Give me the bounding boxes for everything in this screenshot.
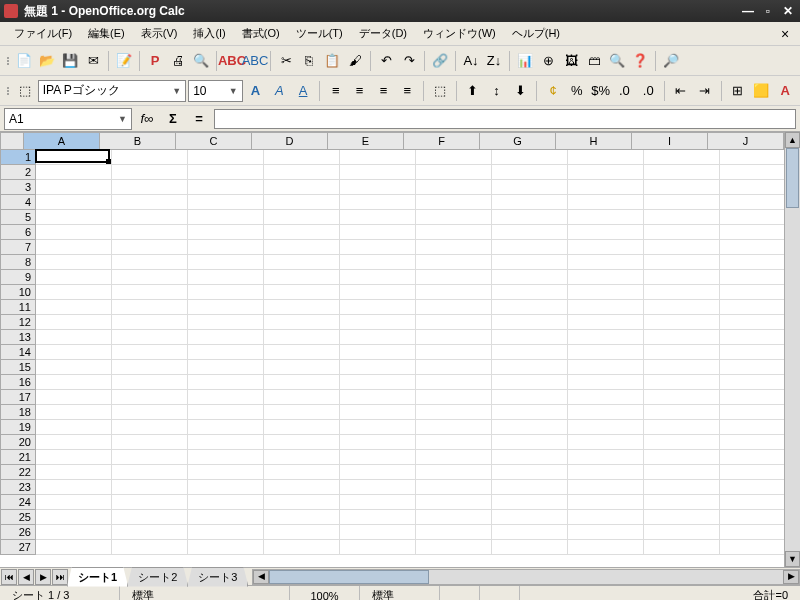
cell[interactable]: [492, 450, 568, 465]
cell[interactable]: [644, 360, 720, 375]
cell[interactable]: [188, 450, 264, 465]
sheet-tab-2[interactable]: シート2: [127, 567, 188, 587]
row-header[interactable]: 25: [0, 510, 36, 525]
cell[interactable]: [568, 480, 644, 495]
cell[interactable]: [644, 540, 720, 555]
cell[interactable]: [492, 360, 568, 375]
scroll-thumb[interactable]: [786, 148, 799, 208]
cell[interactable]: [720, 180, 784, 195]
help-button[interactable]: ❓: [629, 50, 651, 72]
scroll-up-button[interactable]: ▲: [785, 132, 800, 148]
cell[interactable]: [416, 360, 492, 375]
row-header[interactable]: 24: [0, 495, 36, 510]
cell[interactable]: [568, 165, 644, 180]
cell[interactable]: [568, 300, 644, 315]
cell[interactable]: [416, 510, 492, 525]
cell[interactable]: [112, 150, 188, 165]
cell[interactable]: [112, 465, 188, 480]
cell[interactable]: [112, 210, 188, 225]
row-header[interactable]: 15: [0, 360, 36, 375]
chart-button[interactable]: 📊: [514, 50, 536, 72]
cell[interactable]: [112, 375, 188, 390]
cell[interactable]: [340, 405, 416, 420]
cell[interactable]: [340, 345, 416, 360]
cell[interactable]: [644, 375, 720, 390]
cell[interactable]: [492, 435, 568, 450]
cell[interactable]: [340, 435, 416, 450]
cell[interactable]: [416, 405, 492, 420]
cell-grid[interactable]: [36, 150, 784, 555]
cell[interactable]: [264, 510, 340, 525]
cell[interactable]: [340, 465, 416, 480]
cell[interactable]: [264, 300, 340, 315]
cell[interactable]: [36, 300, 112, 315]
cell[interactable]: [264, 180, 340, 195]
insert-mode[interactable]: 標準: [360, 586, 440, 600]
row-header[interactable]: 20: [0, 435, 36, 450]
cell[interactable]: [36, 165, 112, 180]
cell[interactable]: [188, 285, 264, 300]
menu-help[interactable]: ヘルプ(H): [504, 23, 568, 44]
cell[interactable]: [112, 435, 188, 450]
cell[interactable]: [112, 240, 188, 255]
find-button[interactable]: 🔎: [660, 50, 682, 72]
name-box[interactable]: A1▼: [4, 108, 132, 130]
cell[interactable]: [720, 435, 784, 450]
row-header[interactable]: 23: [0, 480, 36, 495]
cell[interactable]: [340, 525, 416, 540]
cell[interactable]: [720, 300, 784, 315]
cell[interactable]: [644, 495, 720, 510]
cell[interactable]: [36, 270, 112, 285]
sheet-tab-1[interactable]: シート1: [67, 567, 128, 587]
horizontal-scrollbar[interactable]: ◀ ▶: [252, 569, 800, 585]
cell[interactable]: [568, 450, 644, 465]
cell[interactable]: [340, 150, 416, 165]
cut-button[interactable]: ✂: [275, 50, 297, 72]
cell[interactable]: [568, 510, 644, 525]
cell[interactable]: [264, 315, 340, 330]
cell[interactable]: [720, 405, 784, 420]
cell[interactable]: [188, 270, 264, 285]
decrease-indent-button[interactable]: ⇤: [670, 80, 692, 102]
cell[interactable]: [36, 195, 112, 210]
cell[interactable]: [112, 225, 188, 240]
cell[interactable]: [36, 240, 112, 255]
edit-file-button[interactable]: 📝: [113, 50, 135, 72]
hyperlink-button[interactable]: 🔗: [429, 50, 451, 72]
cell[interactable]: [340, 240, 416, 255]
minimize-button[interactable]: —: [740, 3, 756, 19]
undo-button[interactable]: ↶: [375, 50, 397, 72]
cell[interactable]: [416, 285, 492, 300]
cell[interactable]: [644, 225, 720, 240]
cell[interactable]: [568, 285, 644, 300]
cell[interactable]: [340, 165, 416, 180]
cell[interactable]: [720, 255, 784, 270]
cell[interactable]: [568, 225, 644, 240]
cell[interactable]: [720, 510, 784, 525]
row-header[interactable]: 14: [0, 345, 36, 360]
menu-data[interactable]: データ(D): [351, 23, 415, 44]
cell[interactable]: [188, 225, 264, 240]
column-header[interactable]: E: [328, 132, 404, 150]
cell[interactable]: [188, 480, 264, 495]
cell[interactable]: [644, 240, 720, 255]
cell[interactable]: [644, 480, 720, 495]
last-sheet-button[interactable]: ⏭: [52, 569, 68, 585]
cell[interactable]: [112, 525, 188, 540]
cell[interactable]: [416, 375, 492, 390]
add-decimal-button[interactable]: .0: [614, 80, 636, 102]
underline-button[interactable]: A: [292, 80, 314, 102]
cell[interactable]: [492, 375, 568, 390]
cell[interactable]: [416, 180, 492, 195]
cell[interactable]: [568, 315, 644, 330]
cell[interactable]: [720, 165, 784, 180]
formula-input[interactable]: [214, 109, 796, 129]
percent-button[interactable]: %: [566, 80, 588, 102]
cell[interactable]: [36, 345, 112, 360]
prev-sheet-button[interactable]: ◀: [18, 569, 34, 585]
cell[interactable]: [188, 465, 264, 480]
cell[interactable]: [644, 180, 720, 195]
row-header[interactable]: 1: [0, 150, 36, 165]
cell[interactable]: [112, 300, 188, 315]
cell[interactable]: [188, 300, 264, 315]
